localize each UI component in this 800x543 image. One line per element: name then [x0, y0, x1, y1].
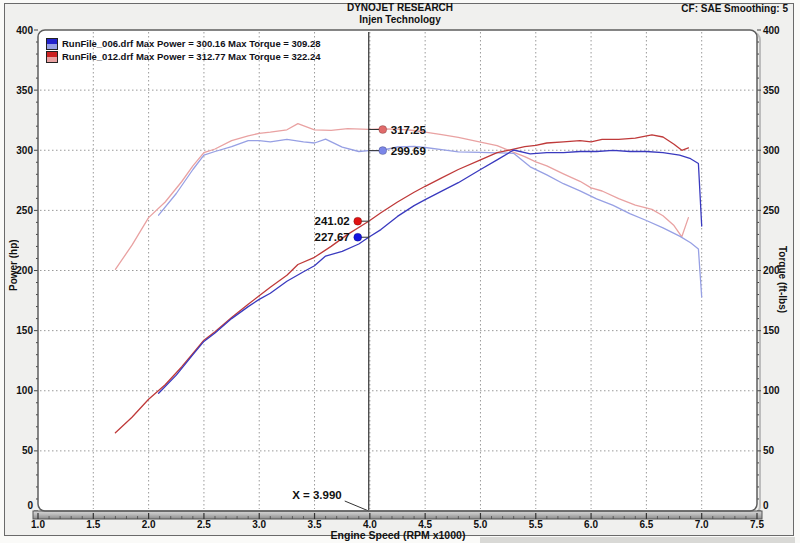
y-tick-label-left: 350: [16, 85, 33, 96]
run-012-color-swatch: [46, 51, 58, 63]
y-tick-label-right: 100: [763, 385, 780, 396]
legend-row-runfile-006[interactable]: RunFile_006.drf Max Power = 300.16 Max T…: [46, 37, 321, 50]
y-tick-label-left: 0: [27, 500, 33, 511]
y-tick-label-left: 300: [16, 145, 33, 156]
cursor-value-torque_006: 299.69: [391, 145, 426, 157]
y-tick-label-left: 100: [16, 385, 33, 396]
y-tick-label-right: 350: [763, 85, 780, 96]
y-axis-label-power: Power (hp): [8, 180, 19, 350]
x-axis-label: Engine Speed (RPM x1000): [0, 529, 796, 541]
chart-area[interactable]: 0050501001001501502002002502503003003503…: [0, 0, 800, 543]
y-tick-label-left: 400: [16, 25, 33, 36]
legend-label-run-012: RunFile_012.drf Max Power = 312.77 Max T…: [62, 51, 321, 62]
legend-label-run-006: RunFile_006.drf Max Power = 300.16 Max T…: [62, 38, 321, 49]
y-tick-label-right: 300: [763, 145, 780, 156]
y-tick-label-left: 50: [22, 445, 34, 456]
cursor-marker-torque_012: [379, 126, 387, 134]
cursor-value-power_006: 227.67: [315, 231, 350, 243]
legend-row-runfile-012[interactable]: RunFile_012.drf Max Power = 312.77 Max T…: [46, 50, 321, 63]
legend: RunFile_006.drf Max Power = 300.16 Max T…: [46, 37, 321, 63]
y-tick-label-right: 0: [763, 500, 769, 511]
cursor-x-label: X = 3.990: [292, 489, 342, 501]
cursor-marker-power_012: [354, 217, 362, 225]
y-axis-label-torque: Torque (ft-lbs): [777, 195, 788, 365]
cursor-value-power_012: 241.02: [315, 215, 350, 227]
cursor-marker-power_006: [354, 233, 362, 241]
cursor-value-torque_012: 317.25: [391, 124, 427, 136]
y-tick-label-right: 50: [763, 445, 775, 456]
cursor-marker-torque_006: [379, 147, 387, 155]
y-tick-label-right: 400: [763, 25, 780, 36]
x-axis-bar: [33, 511, 762, 519]
run-006-color-swatch: [46, 38, 58, 50]
